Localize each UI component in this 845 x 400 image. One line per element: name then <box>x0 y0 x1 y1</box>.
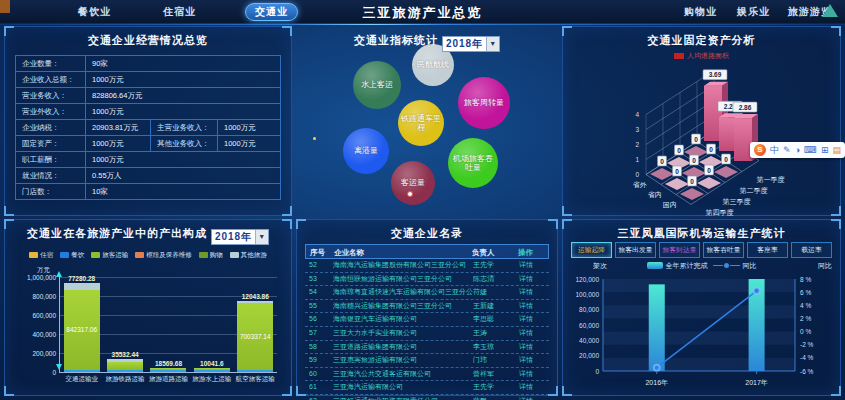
field-label: 企业数量： <box>16 56 86 71</box>
detail-link[interactable]: 详情 <box>519 395 549 400</box>
legend[interactable]: 人均道路面积 <box>563 51 840 61</box>
bar-segment-base <box>107 370 143 372</box>
field-value: 828806.64万元 <box>86 88 280 103</box>
svg-text:2.86: 2.86 <box>739 104 752 111</box>
detail-link[interactable]: 详情 <box>519 300 549 313</box>
legend-label[interactable]: 全年累计完成 <box>666 262 708 269</box>
bar-segment-main: 842317.06 <box>64 290 100 370</box>
bar-segment-main <box>107 362 143 370</box>
bar-value-label: 18569.68 <box>155 360 182 367</box>
fullscreen-icon[interactable] <box>822 4 838 17</box>
legend-item[interactable]: 旅客运输 <box>91 251 128 260</box>
table-row: 企业纳税：20903.81万元主营业务收入：1000万元 <box>16 120 280 136</box>
detail-link[interactable]: 详情 <box>519 286 549 299</box>
legend-label: 购物 <box>210 251 223 258</box>
cell-person: 王新建 <box>473 300 519 313</box>
svg-text:0 %: 0 % <box>800 328 811 335</box>
bar: 12043.86700337.14航空旅客运输 <box>237 293 273 372</box>
toolbox-icon[interactable]: ▤ <box>833 142 842 158</box>
bar-segment-main: 700337.14 <box>237 303 273 370</box>
airport-tab-2[interactable]: 旅客到达量 <box>659 242 700 258</box>
svg-text:0: 0 <box>707 167 711 174</box>
indicator-bubble: 客运量 <box>391 161 435 205</box>
cell-no: 52 <box>305 259 333 272</box>
legend-swatch-icon <box>199 252 208 258</box>
cell-no: 59 <box>305 354 333 367</box>
keyboard-icon[interactable]: ⌨ <box>804 142 817 158</box>
legend-item[interactable]: 购物 <box>199 251 223 260</box>
detail-link[interactable]: 详情 <box>519 341 549 354</box>
line-legend-icon <box>724 263 729 268</box>
svg-text:0: 0 <box>595 368 599 375</box>
table-row: 62三亚好运通旅业投资有限责任公司薛飘详情 <box>305 395 549 400</box>
bubble-chart: 民航航线水上客运旅客周转量铁路通车里程离港量机场旅客吞吐量客运量 <box>297 27 557 215</box>
year-select[interactable]: 2018年▼ <box>442 36 500 52</box>
legend-label[interactable]: 同比 <box>742 262 756 269</box>
x-tick-label: 旅游水上运输 <box>192 375 231 384</box>
svg-text:第二季度: 第二季度 <box>740 187 768 195</box>
airport-tab-5[interactable]: 载运率 <box>791 242 832 258</box>
detail-link[interactable]: 详情 <box>519 259 549 272</box>
bar-value-label: 12043.86 <box>242 293 269 300</box>
cell-company-name: 海南恒联旅游运输有限公司三亚分公司 <box>333 273 473 286</box>
bar-value-label: 77280.28 <box>68 275 95 282</box>
legend-swatch-icon <box>60 252 69 258</box>
decor-dot <box>313 137 316 140</box>
legend-item[interactable]: 餐饮 <box>60 251 84 260</box>
bar-legend-icon <box>647 262 663 269</box>
detail-link[interactable]: 详情 <box>519 381 549 394</box>
indicator-bubble: 离港量 <box>343 128 389 174</box>
detail-link[interactable]: 详情 <box>519 368 549 381</box>
airport-chart: 120,000100,00080,00060,00040,00020,00008… <box>567 275 838 395</box>
cell-person: 李玉琼 <box>473 341 519 354</box>
detail-link[interactable]: 详情 <box>519 273 549 286</box>
airport-tab-4[interactable]: 客座率 <box>747 242 788 258</box>
legend-swatch-icon <box>29 252 38 258</box>
grid-icon[interactable]: ⊞ <box>821 142 829 158</box>
sogou-logo-icon[interactable]: S <box>754 144 766 156</box>
field-label: 企业纳税： <box>16 120 86 135</box>
airport-tab-3[interactable]: 旅客吞吐量 <box>703 242 744 258</box>
cell-company-name: 三亚好运通旅业投资有限责任公司 <box>333 395 473 400</box>
pen-icon[interactable]: ✎ <box>783 142 791 158</box>
legend-item[interactable]: 其他旅游 <box>230 251 267 260</box>
detail-link[interactable]: 详情 <box>519 354 549 367</box>
legend-item[interactable]: 住宿 <box>29 251 53 260</box>
chinese-mode-icon[interactable]: 中 <box>770 142 779 158</box>
airport-tab-0[interactable]: 运输起降 <box>571 242 612 258</box>
cell-person: 王先学 <box>473 381 519 394</box>
cell-company-name: 三亚大力水手实业有限公司 <box>333 327 473 340</box>
panel-title: 三亚凤凰国际机场运输生产统计 <box>563 220 840 241</box>
detail-link[interactable]: 详情 <box>519 327 549 340</box>
halfwidth-icon[interactable]: ◑ <box>795 142 800 158</box>
y-tick-label: 800,000 <box>33 293 57 300</box>
nav-tab-shopping[interactable]: 购物业 <box>684 5 717 19</box>
legend-swatch-icon <box>135 252 144 258</box>
svg-text:0: 0 <box>675 168 679 175</box>
y-tick-label: 200,000 <box>33 350 57 357</box>
panel-output-composition: 交通业在各旅游产业中的产出构成2018年▼ 住宿餐饮旅客运输枢纽及保养维修购物其… <box>4 219 292 396</box>
detail-link[interactable]: 详情 <box>519 313 549 326</box>
table-row: 门店数：10家 <box>16 184 280 200</box>
cell-company-name: 海南海汽运输集团股份有限公司三亚分公司 <box>333 259 473 272</box>
cell-person: 门玮 <box>473 354 519 367</box>
cell-no: 56 <box>305 313 333 326</box>
nav-tab-entertainment[interactable]: 娱乐业 <box>737 5 770 19</box>
svg-text:-2 %: -2 % <box>800 341 814 348</box>
legend-swatch-icon <box>230 252 239 258</box>
year-select[interactable]: 2018年▼ <box>211 229 269 245</box>
airport-tab-1[interactable]: 旅客出发量 <box>615 242 656 258</box>
cell-person: 薛飘 <box>473 395 519 400</box>
panel-title: 交通业固定资产分析 <box>563 27 840 48</box>
legend-label: 住宿 <box>40 251 53 258</box>
col-action: 操作 <box>518 245 548 258</box>
legend-swatch-icon <box>91 252 100 258</box>
svg-text:2: 2 <box>635 141 639 148</box>
bar-inner-label: 842317.06 <box>66 326 97 333</box>
corner-decor-icon <box>296 386 306 396</box>
table-row: 就业情况：0.55万人 <box>16 168 280 184</box>
field-value: 1000万元 <box>86 104 280 119</box>
svg-text:8 %: 8 % <box>800 276 811 283</box>
legend-item[interactable]: 枢纽及保养维修 <box>135 251 192 260</box>
cell-person: 曾祥军 <box>473 368 519 381</box>
